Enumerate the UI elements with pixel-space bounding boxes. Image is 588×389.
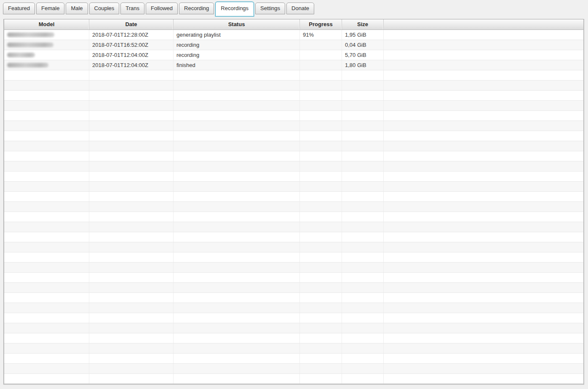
column-header-progress[interactable]: Progress <box>300 19 342 30</box>
cell-status <box>174 232 300 242</box>
tab-followed[interactable]: Followed <box>146 3 178 14</box>
cell-model <box>4 111 89 121</box>
cell-date <box>89 374 174 384</box>
cell-status <box>174 263 300 272</box>
tab-featured[interactable]: Featured <box>3 3 35 14</box>
empty-row <box>4 313 583 323</box>
cell-date <box>89 101 174 110</box>
recording-row[interactable]: 2018-07-01T16:52:00Zrecording0,04 GiB <box>4 40 583 50</box>
cell-model <box>4 354 89 363</box>
column-header-size[interactable]: Size <box>342 19 384 30</box>
cell-date <box>89 131 174 141</box>
column-header-blank[interactable] <box>384 19 583 30</box>
cell-status <box>174 131 300 141</box>
cell-date <box>89 333 174 343</box>
tab-recording[interactable]: Recording <box>179 3 214 14</box>
cell-blank <box>384 273 583 282</box>
cell-size <box>342 192 384 201</box>
cell-status <box>174 141 300 151</box>
cell-progress <box>300 182 342 191</box>
table-header-row: ModelDateStatusProgressSize <box>4 19 583 30</box>
cell-date <box>89 354 174 363</box>
cell-size <box>342 273 384 282</box>
cell-size <box>342 343 384 353</box>
cell-size <box>342 70 384 80</box>
cell-size <box>342 222 384 232</box>
cell-size <box>342 111 384 121</box>
recording-row[interactable]: 2018-07-01T12:04:00Zfinished1,80 GiB <box>4 60 583 70</box>
tab-trans[interactable]: Trans <box>120 3 144 14</box>
cell-status <box>174 303 300 313</box>
cell-blank <box>384 50 583 60</box>
cell-blank <box>384 313 583 323</box>
cell-progress <box>300 101 342 110</box>
cell-blank <box>384 202 583 212</box>
tab-male[interactable]: Male <box>66 3 88 14</box>
cell-blank <box>384 252 583 262</box>
cell-progress <box>300 232 342 242</box>
tab-female[interactable]: Female <box>36 3 64 14</box>
cell-status <box>174 192 300 201</box>
empty-row <box>4 252 583 263</box>
empty-row <box>4 172 583 182</box>
empty-row <box>4 263 583 273</box>
cell-size <box>342 252 384 262</box>
empty-row <box>4 232 583 242</box>
cell-model <box>4 263 89 272</box>
cell-date <box>89 172 174 181</box>
column-header-date[interactable]: Date <box>89 19 174 30</box>
empty-row <box>4 141 583 151</box>
cell-status <box>174 161 300 171</box>
cell-progress <box>300 252 342 262</box>
cell-blank <box>384 30 583 40</box>
cell-model <box>4 293 89 303</box>
cell-blank <box>384 192 583 201</box>
cell-status: finished <box>174 60 300 70</box>
table-body: 2018-07-01T12:28:00Zgenerating playlist9… <box>4 30 583 384</box>
recording-row[interactable]: 2018-07-01T12:28:00Zgenerating playlist9… <box>4 30 583 40</box>
empty-row <box>4 182 583 192</box>
cell-status: generating playlist <box>174 30 300 40</box>
cell-size: 0,04 GiB <box>342 40 384 50</box>
cell-blank <box>384 333 583 343</box>
cell-model <box>4 343 89 353</box>
cell-progress <box>300 60 342 70</box>
cell-date <box>89 303 174 313</box>
cell-progress <box>300 313 342 323</box>
cell-status <box>174 333 300 343</box>
column-header-status[interactable]: Status <box>174 19 300 30</box>
tab-recordings[interactable]: Recordings <box>215 2 254 16</box>
cell-blank <box>384 293 583 303</box>
cell-size <box>342 323 384 333</box>
redacted-model-name <box>7 63 48 67</box>
cell-date <box>89 212 174 222</box>
tab-couples[interactable]: Couples <box>89 3 120 14</box>
cell-model <box>4 192 89 201</box>
cell-blank <box>384 232 583 242</box>
cell-progress: 91% <box>300 30 342 40</box>
cell-size <box>342 374 384 384</box>
cell-date <box>89 121 174 131</box>
recording-row[interactable]: 2018-07-01T12:04:00Zrecording5,70 GiB <box>4 50 583 60</box>
cell-model <box>4 202 89 212</box>
cell-date <box>89 242 174 252</box>
cell-model <box>4 60 89 70</box>
column-header-model[interactable]: Model <box>4 19 89 30</box>
cell-size <box>342 293 384 303</box>
cell-progress <box>300 242 342 252</box>
cell-size <box>342 333 384 343</box>
cell-progress <box>300 192 342 201</box>
cell-progress <box>300 70 342 80</box>
cell-date: 2018-07-01T12:28:00Z <box>89 30 174 40</box>
tab-donate[interactable]: Donate <box>286 3 314 14</box>
cell-status <box>174 202 300 212</box>
cell-blank <box>384 131 583 141</box>
tab-settings[interactable]: Settings <box>255 3 285 14</box>
cell-date <box>89 313 174 323</box>
cell-date <box>89 182 174 191</box>
cell-model <box>4 222 89 232</box>
cell-blank <box>384 364 583 373</box>
cell-model <box>4 151 89 161</box>
cell-status <box>174 151 300 161</box>
cell-date <box>89 161 174 171</box>
